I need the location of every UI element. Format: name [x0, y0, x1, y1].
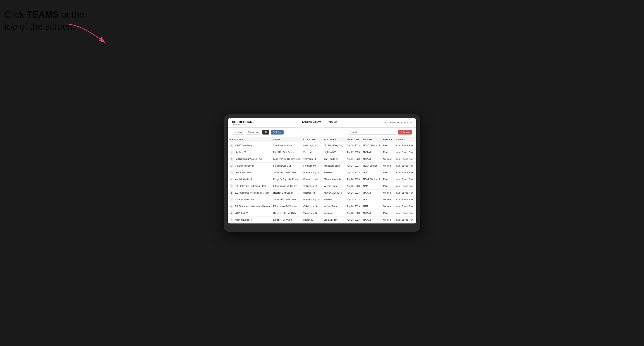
hosted-cell: Mt. Saint Mary (NY): [322, 142, 345, 149]
gender-cell: Women: [382, 163, 394, 169]
scoring-cell: team, Stroke Play: [394, 183, 414, 189]
city-cell: Oskaloosa, IA: [302, 183, 322, 189]
filter-label: Filter: [276, 131, 281, 133]
nav-teams[interactable]: TEAMS: [325, 118, 341, 127]
table-row: F Fall Statesmen Invitational - Men Edmu…: [228, 183, 416, 189]
hosted-cell: Murray State (OK): [322, 189, 345, 196]
scoring-cell: team, Stroke Play: [394, 156, 414, 163]
event-name-cell: M MSMC Qualifying 1: [228, 142, 271, 149]
create-button[interactable]: + Create: [398, 130, 412, 135]
event-name-cell: F Fall Statesmen Invitational - Men: [228, 183, 271, 189]
event-name-cell: M Maverick Invitational: [228, 163, 271, 169]
venue-cell: Faribault Golf Club: [271, 163, 302, 169]
nav-tournaments[interactable]: TOURNAMENTS: [298, 118, 325, 127]
filter-button[interactable]: Filter: [271, 130, 283, 135]
table-row: 2 2023 Women's Hesston Fall Kickoff Hess…: [228, 189, 416, 196]
tablet-screen: SCOREBOARD Powered by clippit TOURNAMENT…: [228, 118, 416, 223]
venue-cell: StoneCrest Golf Course: [271, 169, 302, 176]
hosted-cell: John A Logan: [322, 216, 345, 223]
all-button[interactable]: All: [262, 130, 270, 135]
scoring-cell: team, Stroke Play: [394, 196, 414, 203]
hosted-cell: Minnesota State: [322, 163, 345, 169]
hosted-cell: Vincennes: [322, 210, 345, 216]
hosted-cell: William Penn: [322, 183, 345, 189]
table-row: M Morris Invitational Ruttger's Bay Lake…: [228, 176, 416, 183]
nav-links: TOURNAMENTS TEAMS: [298, 118, 341, 127]
team-icon: C: [230, 157, 233, 161]
logo-subtext: Powered by clippit: [232, 123, 255, 125]
sign-out-link[interactable]: Sign out: [404, 121, 412, 124]
search-input[interactable]: [348, 130, 396, 135]
date-cell: Aug 28, 2023: [345, 189, 362, 196]
venue-cell: Cypress Hills Golf Club: [271, 210, 302, 216]
city-cell: Faribault, MN: [302, 163, 322, 169]
venue-cell: Lake Bracken Country Club: [271, 156, 302, 163]
venue-cell: Edmundson Golf Course: [271, 183, 302, 189]
city-cell: Deerwood, MN: [302, 176, 322, 183]
venue-cell: Park Hills Golf Course: [271, 149, 302, 156]
table-row: K Klash at Kokopelli Kokopelli Golf Club…: [228, 216, 416, 223]
city-cell: Prestonsburg, KY: [302, 196, 322, 203]
scoring-cell: team, Stroke Play: [394, 210, 414, 216]
date-cell: Aug 28, 2023: [345, 163, 362, 169]
date-cell: Aug 28, 2023: [345, 183, 362, 189]
venue-cell: StoneCrest Golf Course: [271, 196, 302, 203]
venue-cell: Edmundson Golf Course: [271, 203, 302, 210]
team-icon: F: [230, 184, 233, 188]
division-cell: NCAA Division II: [361, 163, 382, 169]
logo: SCOREBOARD Powered by clippit: [232, 121, 255, 125]
toolbar-right: + Create: [348, 130, 412, 135]
gender-cell: Men: [382, 210, 394, 216]
date-cell: Aug 28, 2023: [345, 169, 362, 176]
hosting-button[interactable]: Hosting: [232, 130, 244, 135]
date-cell: Aug 24, 2023: [345, 142, 362, 149]
date-cell: Aug 26, 2023: [345, 156, 362, 163]
nav-separator: |: [401, 121, 402, 124]
city-cell: Galesburg, IL: [302, 156, 322, 163]
scoring-cell: team, Stroke Play: [394, 176, 414, 183]
nav-bar: SCOREBOARD Powered by clippit TOURNAMENT…: [228, 118, 416, 128]
settings-icon[interactable]: [384, 121, 388, 124]
col-hosted: HOSTED BY: [322, 137, 345, 142]
table-body: M MSMC Qualifying 1 The Powelton Club Ne…: [228, 142, 416, 223]
division-cell: NAIA: [361, 169, 382, 176]
date-cell: Aug 28, 2023: [345, 216, 362, 223]
actions-cell: Edit: [414, 142, 416, 149]
date-cell: Aug 28, 2023: [345, 176, 362, 183]
actions-cell: Edit: [414, 156, 416, 163]
col-division: DIVISION: [361, 137, 382, 142]
hosted-cell: Pikeville: [322, 196, 345, 203]
nav-right: Test User | Sign out: [384, 121, 412, 124]
table-row: M Maverick Invitational Faribault Golf C…: [228, 163, 416, 169]
event-name: Fall Statesmen Invitational - Women: [235, 205, 270, 207]
table-header: EVENT NAME VENUE CITY, STATE HOSTED BY S…: [228, 137, 416, 142]
event-name-cell: F Fall Statesmen Invitational - Women: [228, 203, 271, 210]
gender-cell: Women: [382, 216, 394, 223]
event-name: Carl Sandburg Women FA23: [235, 158, 262, 160]
competing-button[interactable]: Competing: [246, 130, 261, 135]
division-cell: NICAA II: [361, 210, 382, 216]
hosted-cell: Highland CC: [322, 149, 345, 156]
svg-marker-2: [273, 131, 275, 133]
actions-cell: Edit: [414, 163, 416, 169]
city-cell: Marion, IL: [302, 216, 322, 223]
actions-cell: Edit: [414, 176, 416, 183]
col-gender: GENDER: [382, 137, 394, 142]
event-name: 2023 Women's Hesston Fall Kickoff: [235, 192, 269, 194]
tournament-table: EVENT NAME VENUE CITY, STATE HOSTED BY S…: [228, 137, 416, 223]
actions-cell: Edit: [414, 169, 416, 176]
team-icon: M: [230, 164, 233, 168]
scoring-cell: team, Stroke Play: [394, 216, 414, 223]
actions-cell: Edit: [414, 210, 416, 216]
table-row: U UPIKE Fall Invite StoneCrest Golf Cour…: [228, 169, 416, 176]
event-name-cell: K Klash at Kokopelli: [228, 216, 271, 223]
event-name: VU PREVIEW: [235, 212, 248, 214]
venue-cell: Ruttger's Bay Lake Resort: [271, 176, 302, 183]
event-name: Maverick Invitational: [235, 165, 254, 167]
table-row: V VU PREVIEW Cypress Hills Golf Club Vin…: [228, 210, 416, 216]
event-name-cell: 2 2023 Women's Hesston Fall Kickoff: [228, 189, 271, 196]
event-name: Klash at Kokopelli: [235, 219, 252, 221]
table-row: H Highland 36 Park Hills Golf Course Fre…: [228, 149, 416, 156]
instruction-text: Click TEAMS at thetop of the screen.: [4, 9, 84, 32]
gender-cell: Men: [382, 183, 394, 189]
